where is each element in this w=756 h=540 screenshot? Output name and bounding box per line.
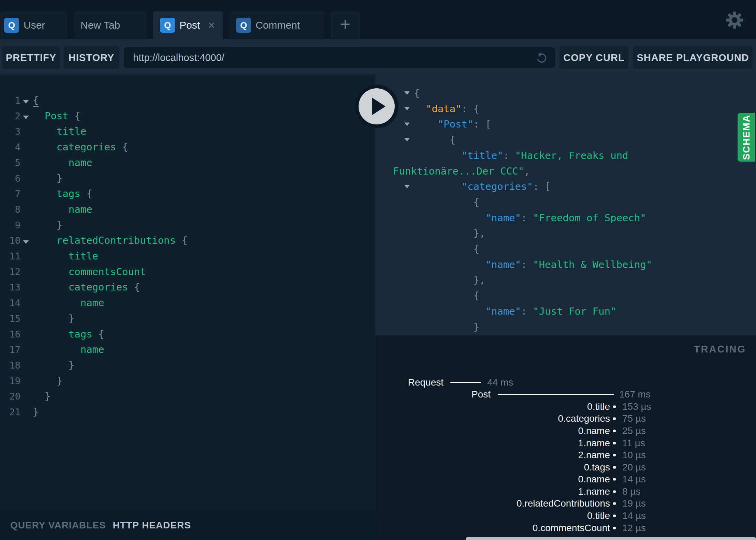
fold-arrow-icon[interactable]: [23, 100, 29, 104]
tracing-duration: 44 ms: [487, 377, 513, 388]
fold-arrow-icon[interactable]: [23, 116, 29, 119]
tracing-duration: 12 µs: [622, 523, 646, 534]
fold-arrow-spacer: [23, 318, 29, 322]
fold-arrow-spacer: [23, 396, 29, 400]
fold-arrow-icon[interactable]: [23, 240, 29, 244]
fold-arrow-spacer: [23, 193, 29, 197]
code-line: 19 }: [0, 373, 375, 389]
tracing-duration: 167 ms: [619, 389, 651, 400]
play-icon: [372, 97, 386, 115]
code-line: },: [393, 226, 751, 241]
code-line: 7 tags {: [0, 186, 375, 202]
tracing-bar: [613, 502, 616, 505]
history-button[interactable]: HISTORY: [64, 46, 119, 69]
tracing-label: 0.relatedContributions: [517, 498, 610, 509]
code-line: "title": "Hacker, Freaks und: [393, 148, 751, 164]
tracing-duration: 14 µs: [622, 510, 646, 521]
code-line: 8 name: [0, 202, 375, 217]
tracing-row: 0.relatedContributions19 µs: [375, 498, 756, 510]
tracing-title: TRACING: [694, 344, 746, 355]
copy-curl-button[interactable]: COPY CURL: [559, 46, 628, 69]
tracing-duration: 25 µs: [622, 425, 646, 436]
line-number: 1: [0, 93, 20, 108]
tracing-duration: 11 µs: [622, 438, 645, 449]
code-line: 4 categories {: [0, 139, 375, 155]
tab-comment[interactable]: QComment: [229, 11, 324, 39]
close-tab-icon[interactable]: [207, 21, 216, 29]
code-line: 9 }: [0, 217, 375, 233]
reload-icon[interactable]: [536, 51, 548, 64]
fold-arrow-spacer: [23, 225, 29, 228]
fold-arrow-icon[interactable]: [404, 91, 410, 95]
tracing-bar: [613, 515, 616, 517]
tracing-duration: 153 µs: [622, 401, 651, 412]
http-headers-tab[interactable]: HTTP HEADERS: [113, 520, 191, 531]
tracing-row: 1.name11 µs: [375, 437, 756, 449]
code-line: 1{: [0, 93, 375, 108]
fold-arrow-spacer: [23, 287, 29, 290]
prettify-button[interactable]: PRETTIFY: [2, 46, 60, 69]
tracing-bar: [450, 382, 481, 383]
line-number: 16: [0, 327, 20, 342]
query-variables-tab[interactable]: QUERY VARIABLES: [10, 520, 106, 531]
tracing-label: 2.name: [578, 450, 610, 461]
execute-button[interactable]: [355, 85, 398, 128]
tracing-bar: [613, 405, 616, 408]
code-line: 14 name: [0, 295, 375, 311]
line-number: 18: [0, 358, 20, 373]
fold-arrow-icon[interactable]: [404, 122, 410, 126]
toolbar: PRETTIFY HISTORY http://localhost:4000/ …: [0, 39, 756, 74]
tracing-label: 0.tags: [584, 462, 610, 473]
fold-arrow-spacer: [23, 131, 29, 135]
line-number: 3: [0, 124, 20, 139]
tracing-row: 2.name10 µs: [375, 449, 756, 461]
tracing-row: Request44 ms: [375, 376, 756, 389]
tracing-label: Request: [408, 377, 444, 388]
tab-label: User: [24, 19, 45, 31]
line-number: 19: [0, 373, 20, 389]
tab-add[interactable]: +: [331, 11, 360, 39]
schema-tab[interactable]: SCHEMA: [738, 113, 755, 162]
tab-label: New Tab: [81, 19, 120, 31]
fold-arrow-icon[interactable]: [404, 107, 410, 110]
line-number: 13: [0, 280, 20, 295]
code-line: 13 categories {: [0, 280, 375, 295]
line-number: 7: [0, 186, 20, 202]
code-line: "categories": [: [393, 179, 751, 195]
tracing-bar: [613, 466, 616, 468]
tracing-bar: [613, 454, 616, 456]
share-playground-button[interactable]: SHARE PLAYGROUND: [633, 46, 753, 69]
tracing-label: 1.name: [578, 486, 610, 497]
fold-arrow-icon[interactable]: [404, 138, 410, 141]
editor-bottom-bar: QUERY VARIABLES HTTP HEADERS: [0, 510, 375, 540]
tracing-row: Post167 ms: [375, 389, 756, 401]
endpoint-input[interactable]: http://localhost:4000/: [124, 47, 555, 68]
tracing-row: 0.title14 µs: [375, 510, 756, 522]
tracing-duration: 8 µs: [622, 486, 640, 497]
code-line: },: [393, 272, 751, 288]
tab-user[interactable]: QUser: [0, 11, 67, 39]
tab-new-tab[interactable]: New Tab: [74, 11, 147, 39]
line-number: 21: [0, 404, 20, 420]
fold-arrow-spacer: [23, 349, 29, 353]
fold-arrow-icon[interactable]: [404, 185, 410, 188]
line-number: 10: [0, 233, 20, 249]
fold-arrow-spacer: [23, 380, 29, 384]
line-number: 20: [0, 389, 20, 404]
tracing-row: 1.name8 µs: [375, 485, 756, 498]
query-editor[interactable]: 1{2 Post {3 title4 categories {5 name6 }…: [0, 74, 375, 510]
tab-post[interactable]: QPost: [153, 11, 223, 39]
tab-bar: QUserNew TabQPostQComment+: [0, 0, 756, 39]
code-line: }: [393, 319, 751, 335]
code-line: "Post": [: [393, 117, 751, 132]
code-line: 3 title: [0, 124, 375, 139]
code-line: 20 }: [0, 389, 375, 404]
fold-arrow-spacer: [23, 302, 29, 306]
code-line: "name": "Just For Fun": [393, 304, 751, 319]
fold-arrow-spacer: [23, 178, 29, 182]
fold-arrow-spacer: [23, 365, 29, 369]
fold-arrow-spacer: [23, 162, 29, 166]
tracing-scrollbar[interactable]: [466, 537, 756, 540]
settings-gear-icon[interactable]: [726, 11, 743, 29]
fold-arrow-spacer: [23, 411, 29, 415]
